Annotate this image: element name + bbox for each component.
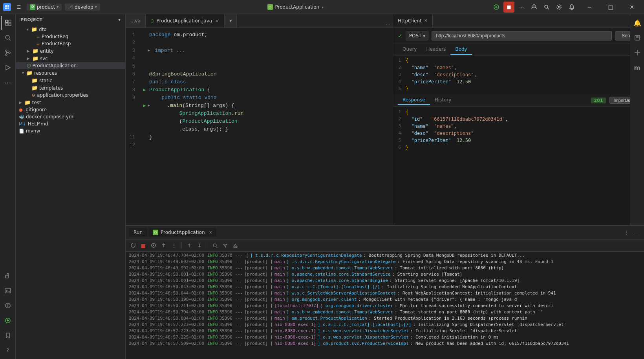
run-app-label[interactable]: ⬡ ProductApplication ✕ <box>149 228 216 237</box>
run-gutter-icon[interactable]: ▶ <box>141 86 148 94</box>
activity-debug-icon[interactable] <box>1 298 15 313</box>
tree-item-productapplication[interactable]: ⬡ ProductApplication <box>16 62 125 69</box>
http-icon2[interactable] <box>630 46 644 60</box>
code-editor[interactable]: 1 package om.product; 2 3 <box>126 28 393 225</box>
log-level: INFO <box>207 259 218 265</box>
log-timestamp: 2024-04-09T19:46:47.704+02:00 <box>129 252 204 259</box>
branch-selector[interactable]: ⎇ develop ▾ <box>65 4 100 11</box>
http-response-body[interactable]: 1 { 2 "id" "66157f118dbabc7972d0341d", 3 <box>393 107 644 225</box>
file-tree-panel: Project ▾ ▾ 📁 dto ☕ ProductReq ☕ Product… <box>16 14 126 359</box>
activity-vcs-icon[interactable] <box>1 46 15 60</box>
scroll-down-icon[interactable]: ↓ <box>195 241 204 250</box>
stop-run-icon[interactable]: ■ <box>139 241 148 250</box>
response-tab-response[interactable]: Response <box>398 96 430 105</box>
project-selector[interactable]: P product ▾ <box>27 4 62 11</box>
tab-close-icon[interactable]: ✕ <box>214 18 220 24</box>
bottom-toolbar: ■ ⋮ ↑ ↓ <box>126 239 644 252</box>
tree-item-mvnw[interactable]: 📄 mvnw <box>16 127 125 134</box>
user-icon[interactable] <box>529 2 540 13</box>
tree-item-static[interactable]: 📁 static <box>16 77 125 84</box>
tree-item-test[interactable]: ▶ 📁 test <box>16 99 125 106</box>
log-package: [product] [ <box>244 265 273 271</box>
pin-icon[interactable] <box>159 241 168 250</box>
run-tab-close-icon[interactable]: ✕ <box>209 230 212 235</box>
notifications-icon[interactable] <box>566 2 577 13</box>
tree-item-resources[interactable]: ▾ 📁 resources <box>16 69 125 77</box>
tree-item-docker[interactable]: 🐳 docker-compose.yml <box>16 113 125 120</box>
http-notifications-icon[interactable]: 🔔 <box>630 16 644 30</box>
log-line: 2024-04-09T19:46:47.704+02:00INFO35370 -… <box>126 252 644 259</box>
http-url-input[interactable] <box>432 31 612 41</box>
settings-icon[interactable] <box>554 2 565 13</box>
tree-item-gitignore[interactable]: ● .gitignore <box>16 106 125 113</box>
http-tab-query[interactable]: Query <box>398 44 421 55</box>
folder-icon: 📁 <box>31 26 37 32</box>
log-level: INFO <box>207 284 218 290</box>
http-client-tab[interactable]: HttpClient ✕ <box>393 14 433 28</box>
activity-search-icon[interactable] <box>1 31 15 45</box>
svg-rect-7 <box>9 20 11 22</box>
log-package: [product] [ <box>244 271 273 278</box>
minimize-button[interactable]: ─ <box>580 0 598 14</box>
tree-item-svc[interactable]: ▶ 📁 svc <box>16 55 125 62</box>
activity-run-icon[interactable] <box>1 61 15 75</box>
fold-arrow-icon2[interactable]: ▶ <box>148 102 153 110</box>
tab-productapplication[interactable]: ⬡ ProductApplication.java ✕ <box>146 14 225 28</box>
log-thread: main <box>274 296 285 303</box>
snapshot-icon[interactable] <box>149 241 158 250</box>
filter-icon[interactable] <box>221 241 229 250</box>
more-options-icon[interactable]: ⋮ <box>622 228 631 237</box>
search-icon[interactable] <box>541 2 552 13</box>
http-tab-headers[interactable]: Headers <box>421 44 450 55</box>
http-body-editor[interactable]: 1 { 2 "name" "names", 3 "desc" "desc <box>393 55 644 94</box>
fold-arrow-icon[interactable]: ▶ <box>148 47 153 55</box>
tree-item-templates[interactable]: 📁 templates <box>16 84 125 92</box>
cut-icon[interactable] <box>231 241 240 250</box>
tree-item-productresp[interactable]: ☕ ProductResp <box>16 40 125 47</box>
activity-bookmarks-icon[interactable] <box>1 328 15 342</box>
tab-more-icon[interactable]: ⋯ <box>383 22 393 28</box>
tree-item-dto[interactable]: ▾ 📁 dto <box>16 26 125 33</box>
activity-more-icon[interactable]: ⋯ <box>1 75 15 90</box>
log-thread: main <box>274 278 285 284</box>
bottom-tab-run[interactable]: Run <box>129 228 147 237</box>
more-actions-icon[interactable]: ⋯ <box>516 2 527 13</box>
http-tab-body[interactable]: Body <box>450 44 472 55</box>
search-console-icon[interactable] <box>210 241 219 250</box>
run-config-icon[interactable] <box>491 2 502 13</box>
log-message: : Tomcat started on port 8080 (http) wit… <box>395 309 543 315</box>
http-body-line: 2 "name" "names", <box>393 64 644 71</box>
console-output[interactable]: 2024-04-09T19:46:47.704+02:00INFO35370 -… <box>126 252 644 359</box>
minimize-panel-icon[interactable]: — <box>632 228 641 237</box>
close-button[interactable]: ✕ <box>623 0 641 14</box>
log-package: [product] [ <box>244 303 273 309</box>
activity-plugins-icon[interactable] <box>1 269 15 283</box>
editor-tab-bar: ...va ⬡ ProductApplication.java ✕ ▾ ⋯ <box>126 14 393 28</box>
log-level: INFO <box>207 296 218 303</box>
stop-button[interactable]: ■ <box>503 2 514 13</box>
http-icon1[interactable] <box>630 31 644 45</box>
response-tab-history[interactable]: History <box>430 96 456 105</box>
http-icon3[interactable]: m <box>630 61 644 75</box>
tree-item-appprops[interactable]: ⚙ application.properties <box>16 92 125 99</box>
settings-console-icon[interactable]: ⋮ <box>170 241 178 250</box>
activity-terminal-icon[interactable] <box>1 284 15 298</box>
scroll-up-icon[interactable]: ↑ <box>185 241 194 250</box>
props-icon: ⚙ <box>31 93 35 98</box>
http-method-select[interactable]: POST ▾ <box>406 31 429 41</box>
tree-item-entity[interactable]: ▶ 📁 entity <box>16 47 125 55</box>
restart-icon[interactable] <box>129 241 137 250</box>
tree-item-helpmd[interactable]: M↓ HELP.md <box>16 120 125 127</box>
http-body-line: 3 "desc" "descriptions", <box>393 71 644 78</box>
tab-overflow-btn[interactable]: ▾ <box>225 14 237 28</box>
activity-explorer-icon[interactable] <box>1 16 15 30</box>
tab-breadcrumb[interactable]: ...va <box>126 14 146 28</box>
maximize-button[interactable]: □ <box>602 0 620 14</box>
hamburger-menu-button[interactable]: ☰ <box>14 2 24 12</box>
run-gutter-icon2[interactable]: ▶ <box>141 102 148 110</box>
tree-item-productreq[interactable]: ☕ ProductReq <box>16 33 125 40</box>
tree-item-label: docker-compose.yml <box>26 114 75 120</box>
activity-help-icon[interactable]: ? <box>1 343 15 357</box>
http-tab-close-icon[interactable]: ✕ <box>424 18 428 23</box>
activity-run-green-icon[interactable] <box>1 313 15 328</box>
